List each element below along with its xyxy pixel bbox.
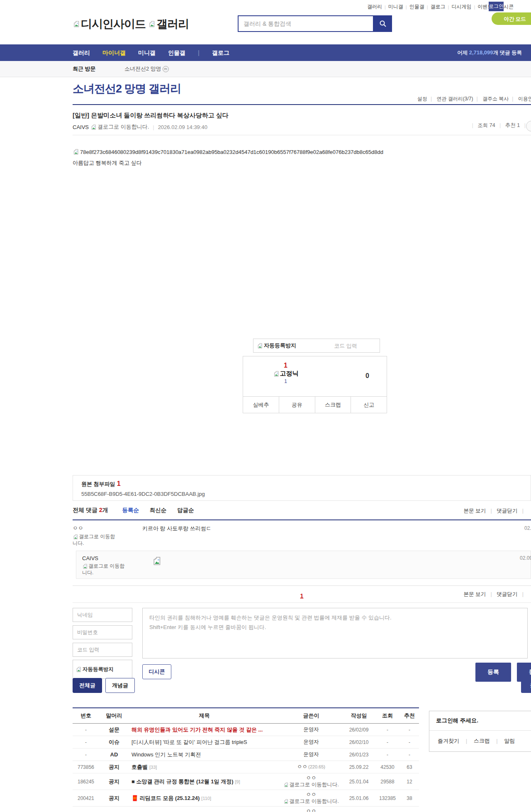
sort-registered[interactable]: 등록순 (122, 507, 139, 513)
silbechu-button[interactable]: 실베추 (243, 397, 279, 413)
post-body: 78e8f273c6846080239d8f91439c701830a71ea0… (73, 149, 531, 167)
comments-divider (73, 585, 531, 586)
nav-item-gallery[interactable]: 갤러리 (73, 44, 90, 61)
recommend-count: 1 (517, 122, 520, 128)
write-post-button[interactable]: 글쓰기 (521, 678, 531, 693)
top-link-dcgame[interactable]: 디시게임 (451, 3, 471, 10)
post-link[interactable]: 호출벨 (132, 764, 148, 770)
top-link-minigal[interactable]: 미니갤 (388, 3, 403, 10)
view-post-link[interactable]: 본문 보기 (464, 591, 486, 597)
nav-item-minigal[interactable]: 미니갤 (138, 44, 156, 61)
author-link[interactable]: ㅇㅇ 갤로그로 이동합니다. (280, 808, 343, 812)
usage-guide-link[interactable]: 이용안내 (518, 96, 531, 102)
post-link[interactable]: Windows 인기 노트북 기획전 (129, 751, 280, 758)
comment-textarea[interactable]: 타인의 권리를 침해하거나 명예를 훼손하는 댓글은 운영원칙 및 관련 법률에… (142, 608, 528, 658)
comment-page-1[interactable]: 1 (300, 593, 304, 599)
nickname-input[interactable] (73, 608, 132, 622)
site-logo[interactable]: 디시인사이드 갤러리 (73, 17, 189, 32)
broken-image-icon (90, 124, 97, 130)
close-comments-link[interactable]: 댓글닫기 (497, 591, 517, 597)
tab-best-posts[interactable]: 개념글 (105, 678, 135, 693)
favorites-link[interactable]: 즐겨찾기 (438, 738, 459, 744)
post-stats: | 조회 74 | 추천 1 | (469, 122, 529, 129)
main-navbar: 갤러리 마이너갤 미니갤 인물갤 | 갤로그 어제 2,718,099개 댓글 … (0, 44, 531, 61)
recent-visit-label: 최근 방문 (73, 61, 96, 77)
search-bar (238, 15, 392, 32)
comment-author[interactable]: ㅇㅇ (73, 524, 142, 532)
upvote-area[interactable]: 1 고정닉 1 (243, 362, 328, 384)
related-galleries-link[interactable]: 연관 갤러리(3/7) (436, 96, 473, 102)
comment-item: ㅇㅇ 갤로그로 이동합니다. 키르아 랑 사토루랑 쓰리썸ㄷ 02.09 (73, 520, 531, 550)
logo-text-gallery: 갤러리 (156, 17, 189, 32)
comment-text: 키르아 랑 사토루랑 쓰리썸ㄷ (142, 524, 531, 546)
scrap-button[interactable]: 스크랩 (315, 397, 351, 413)
top-link-gallog[interactable]: 갤로그 (431, 3, 446, 10)
comment-submit-button[interactable]: 등록 (475, 663, 511, 682)
share-button[interactable]: 공유 (279, 397, 315, 413)
minor-gallery-badge-icon: m (163, 66, 169, 72)
table-row: 773856 공지 호출벨[33] ㅇㅇ(220.65) 25.09.22 42… (73, 761, 419, 773)
password-input[interactable] (73, 625, 132, 639)
table-row: 319975 공지 한섭 진행 이벤트 모음 - 사쿠라 픽업, 이벤트[62]… (73, 807, 419, 812)
login-button[interactable]: 로그인 (489, 2, 504, 11)
gallery-title[interactable]: 소녀전선2 망명 갤러리 (73, 81, 181, 96)
view-post-link[interactable]: 본문 보기 (464, 508, 486, 514)
fixed-nick-label: 고정닉 (280, 370, 299, 378)
table-row: - 이슈 [디시人터뷰] '따로 또 같이' 피어난 걸그룹 tripleS 운… (73, 736, 419, 749)
comments-section: 전체 댓글 2개 등록순 최신순 답글순 본문 보기 | 댓글닫기 | ㅇㅇ 갤… (73, 506, 531, 606)
dccon-button[interactable]: 디시콘 (142, 664, 171, 679)
board-tabs: 전체글 개념글 (73, 678, 135, 693)
comment-date: 02.09 1 (520, 555, 531, 561)
table-row: - 설문 해외 유명인들과 있어도 기가 전혀 죽지 않을 것 같은 ... 운… (73, 724, 419, 736)
top-link-gallery[interactable]: 갤러리 (367, 3, 382, 10)
table-row: 200421 공지 🧧 리딤코드 모음 (25.12.24)[110] ㅇㅇ 갤… (73, 790, 419, 807)
nav-item-minorgal[interactable]: 마이너갤 (102, 44, 126, 61)
author-link[interactable]: ㅇㅇ(220.65) (280, 763, 343, 771)
copy-address-link[interactable]: 갤주소 복사 (482, 96, 509, 102)
vote-box: 1 고정닉 1 0 실베추 공유 스크랩 신고 (243, 356, 387, 413)
comment-author[interactable]: CAIVS (82, 555, 98, 561)
nav-item-persongal[interactable]: 인물갤 (168, 44, 185, 61)
recommend-captcha: 자동등록방지 (253, 339, 380, 353)
post-link[interactable]: 🧧 리딤코드 모음 (25.12.24) (132, 795, 200, 801)
nav-item-gallog[interactable]: 갤로그 (212, 44, 229, 61)
report-button[interactable]: 신고 (351, 397, 387, 413)
comment-count-badge: [9] (235, 779, 240, 784)
recent-visit-gallery[interactable]: 소녀전선2 망명 m (124, 61, 169, 77)
attachment-label: 원본 첨부파일 (81, 481, 115, 487)
view-count: 74 (490, 122, 495, 128)
broken-image-icon (283, 782, 289, 788)
broken-image-icon (257, 343, 263, 349)
logo-text-dcinside: 디시인사이드 (81, 17, 146, 32)
broken-image-icon (283, 799, 289, 804)
night-mode-button[interactable]: 야간 모드 (492, 12, 531, 25)
scrap-link[interactable]: 스크랩 (474, 738, 490, 744)
gallery-settings-link[interactable]: 설정 (417, 96, 427, 102)
tab-all-posts[interactable]: 전체글 (73, 678, 102, 693)
code-input[interactable] (73, 643, 132, 657)
table-row: 186245 공지 ■ 소망갤 관리 규정 통합본 (12월 1일 개정)[9]… (73, 773, 419, 790)
sort-newest[interactable]: 최신순 (150, 507, 167, 513)
author-link[interactable]: ㅇㅇ 갤로그로 이동합니다. (280, 775, 343, 788)
downvote-count[interactable]: 0 (365, 372, 369, 380)
gallog-link[interactable]: 갤로그로 이동합니다. (97, 123, 149, 131)
sort-reply[interactable]: 답글순 (177, 507, 194, 513)
post-link[interactable]: 해외 유명인들과 있어도 기가 전혀 죽지 않을 것 같은 ... (129, 726, 280, 734)
notifications-link[interactable]: 알림 (504, 738, 515, 744)
attachment-count: 1 (117, 480, 121, 487)
attachment-filename[interactable]: 55B5C68F-B9D5-4E61-9DC2-0B3DF5DCBAAB.jpg (81, 491, 522, 497)
top-link-persongal[interactable]: 인물갤 (409, 3, 424, 10)
search-input[interactable] (238, 15, 374, 32)
search-button[interactable] (374, 15, 392, 32)
upvote-count: 1 (243, 362, 328, 369)
dcinside-gallery-page: { "top_bar": { "links": ["갤러리", "미니갤", "… (0, 0, 531, 812)
captcha-alt-label: 자동등록방지 (264, 342, 296, 349)
post-link[interactable]: ■ 소망갤 관리 규정 통합본 (12월 1일 개정) (132, 778, 233, 785)
post-link[interactable]: [디시人터뷰] '따로 또 같이' 피어난 걸그룹 tripleS (129, 739, 280, 746)
comment-gallog-link[interactable]: 갤로그로 이동합니다. (73, 534, 119, 546)
close-comments-link[interactable]: 댓글닫기 (497, 508, 517, 514)
comment-gallog-link[interactable]: 갤로그로 이동합니다. (82, 563, 129, 576)
post-author[interactable]: CAIVS (73, 124, 89, 130)
author-link[interactable]: ㅇㅇ 갤로그로 이동합니다. (280, 792, 343, 805)
captcha-code-input[interactable] (316, 342, 375, 349)
